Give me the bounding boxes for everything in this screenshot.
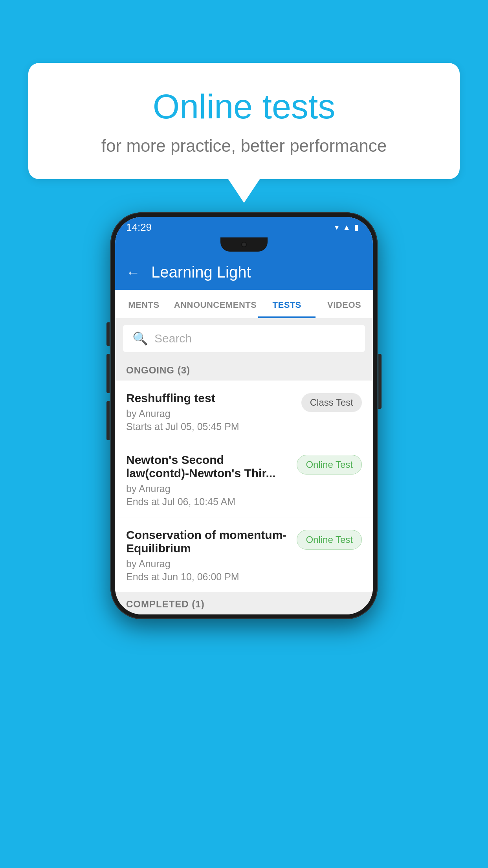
status-icons: ▾ ▲ ▮ (335, 223, 359, 232)
app-header: ← Learning Light (115, 255, 373, 290)
side-button-vol-down (106, 401, 110, 440)
test-info-1: Reshuffling test by Anurag Starts at Jul… (126, 392, 301, 432)
test-item-3[interactable]: Conservation of momentum-Equilibrium by … (115, 517, 373, 592)
status-bar: 14:29 ▾ ▲ ▮ (115, 217, 373, 237)
tab-videos[interactable]: VIDEOS (316, 290, 373, 318)
search-icon: 🔍 (132, 331, 148, 346)
bubble-title: Online tests (60, 86, 428, 127)
completed-section-header: COMPLETED (1) (115, 592, 373, 614)
test-badge-3: Online Test (297, 530, 362, 550)
phone-container: 14:29 ▾ ▲ ▮ ← Learning Light MENT (110, 212, 378, 619)
tab-ments[interactable]: MENTS (115, 290, 172, 318)
test-name-3: Conservation of momentum-Equilibrium (126, 528, 289, 555)
test-date-1: Starts at Jul 05, 05:45 PM (126, 421, 294, 432)
test-item-1[interactable]: Reshuffling test by Anurag Starts at Jul… (115, 381, 373, 442)
bubble-subtitle: for more practice, better performance (60, 136, 428, 156)
status-time: 14:29 (126, 221, 152, 234)
speech-bubble: Online tests for more practice, better p… (28, 63, 460, 179)
test-badge-2: Online Test (297, 455, 362, 474)
test-item-2[interactable]: Newton's Second law(contd)-Newton's Thir… (115, 442, 373, 517)
search-container: 🔍 Search (115, 318, 373, 359)
back-button[interactable]: ← (126, 264, 140, 281)
notch (220, 237, 268, 252)
side-button-vol-up (106, 354, 110, 393)
speech-bubble-container: Online tests for more practice, better p… (28, 63, 460, 203)
signal-icon: ▲ (343, 223, 350, 232)
test-name-2: Newton's Second law(contd)-Newton's Thir… (126, 453, 289, 480)
notch-bar (115, 237, 373, 255)
test-list: Reshuffling test by Anurag Starts at Jul… (115, 381, 373, 592)
test-name-1: Reshuffling test (126, 392, 294, 405)
side-button-power (378, 354, 382, 409)
app-title: Learning Light (151, 263, 251, 281)
tab-tests[interactable]: TESTS (258, 290, 316, 318)
test-date-3: Ends at Jun 10, 06:00 PM (126, 571, 289, 583)
tabs-bar: MENTS ANNOUNCEMENTS TESTS VIDEOS (115, 290, 373, 318)
test-info-2: Newton's Second law(contd)-Newton's Thir… (126, 453, 297, 508)
wifi-icon: ▾ (335, 223, 339, 232)
phone-outer: 14:29 ▾ ▲ ▮ ← Learning Light MENT (110, 212, 378, 619)
ongoing-section-header: ONGOING (3) (115, 359, 373, 381)
test-info-3: Conservation of momentum-Equilibrium by … (126, 528, 297, 583)
search-placeholder: Search (154, 332, 192, 345)
battery-icon: ▮ (354, 223, 359, 232)
camera (241, 242, 247, 247)
test-author-2: by Anurag (126, 483, 289, 495)
bubble-tail (228, 179, 260, 203)
test-date-2: Ends at Jul 06, 10:45 AM (126, 496, 289, 508)
side-button-back (106, 322, 110, 346)
phone-inner: 14:29 ▾ ▲ ▮ ← Learning Light MENT (115, 217, 373, 614)
test-author-1: by Anurag (126, 408, 294, 419)
test-badge-1: Class Test (301, 393, 362, 412)
test-author-3: by Anurag (126, 558, 289, 570)
search-bar[interactable]: 🔍 Search (123, 325, 365, 352)
tab-announcements[interactable]: ANNOUNCEMENTS (172, 290, 259, 318)
